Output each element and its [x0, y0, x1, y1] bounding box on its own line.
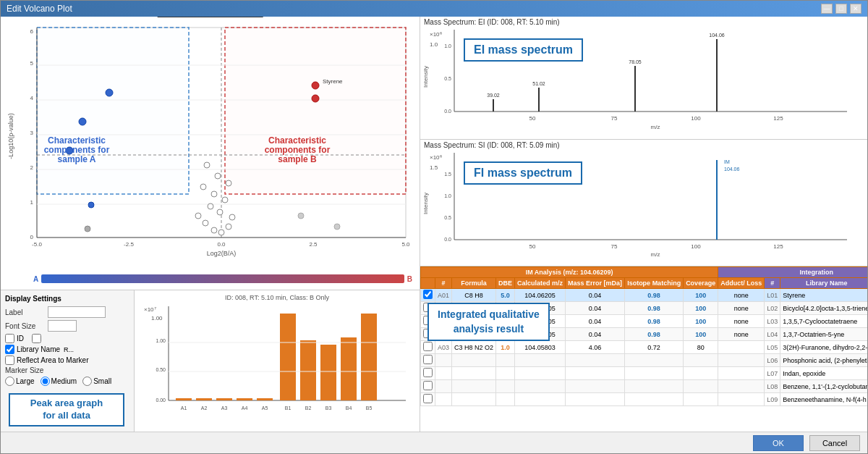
radio-small: Small: [82, 377, 111, 386]
cell-num: [435, 380, 452, 393]
radio-large: Large: [5, 377, 35, 386]
cell-formula: C3 H8 N2 O2: [452, 341, 496, 354]
library-name-checkbox[interactable]: [5, 345, 14, 354]
svg-text:1.5: 1.5: [444, 172, 451, 177]
radio-medium-input[interactable]: [41, 377, 50, 386]
cell-check[interactable]: [421, 341, 435, 354]
window-title: Edit Volcano Plot: [7, 4, 72, 14]
bar-chart-area: ID: 008, RT: 5.10 min, Class: B Only ×10…: [135, 290, 420, 432]
cell-coverage: 100: [684, 302, 718, 315]
svg-text:5.0: 5.0: [401, 241, 410, 248]
svg-text:Styrene: Styrene: [323, 78, 343, 85]
cell-isotope: 0.98: [625, 315, 684, 328]
svg-point-32: [215, 173, 221, 179]
svg-text:125: 125: [773, 243, 783, 250]
svg-text:-5.0: -5.0: [32, 241, 42, 248]
font-size-input[interactable]: [48, 320, 77, 332]
col-adduct: Adduct/ Loss: [718, 278, 765, 289]
svg-point-29: [88, 202, 94, 208]
cell-mass-err: [566, 380, 625, 393]
title-bar: Edit Volcano Plot — □ ✕: [1, 1, 867, 17]
svg-rect-75: [300, 340, 316, 400]
cell-lib-num: L03: [765, 315, 780, 328]
cell-check[interactable]: [421, 289, 435, 302]
cell-adduct: [718, 354, 765, 367]
radio-small-input[interactable]: [82, 377, 92, 386]
svg-point-33: [226, 180, 231, 186]
cell-num: [435, 393, 452, 406]
svg-text:components for: components for: [265, 145, 331, 155]
svg-text:Intensity: Intensity: [424, 66, 429, 88]
svg-text:0.0: 0.0: [217, 241, 226, 248]
reflect-checkbox[interactable]: [5, 356, 14, 365]
svg-text:1.00: 1.00: [151, 315, 163, 321]
svg-text:1.00: 1.00: [156, 338, 166, 343]
reflect-checkbox-row: Reflect Area to Marker: [5, 356, 129, 365]
svg-text:0.0: 0.0: [444, 237, 451, 242]
ei-annotation-box: EI mass spectrum: [464, 38, 583, 62]
svg-text:100: 100: [691, 115, 701, 122]
svg-text:B5: B5: [366, 405, 373, 411]
results-panel: Integrated qualitative analysis result I…: [420, 266, 867, 432]
svg-text:Characteristic: Characteristic: [48, 135, 106, 146]
cell-dbe: 1.0: [496, 341, 515, 354]
cell-check[interactable]: [421, 393, 435, 406]
cell-lib-name: Bicyclo[4.2.0]octa-1,3,5-triene: [780, 302, 867, 315]
table-row: A03 C3 H8 N2 O2 1.0 104.05803 4.06 0.72 …: [421, 341, 868, 354]
svg-point-34: [200, 184, 206, 190]
cell-num: [435, 367, 452, 380]
label-input[interactable]: [48, 306, 106, 318]
svg-text:IM: IM: [724, 159, 730, 164]
svg-text:m/z: m/z: [651, 124, 660, 130]
svg-text:3: 3: [30, 130, 34, 136]
cancel-button[interactable]: Cancel: [809, 435, 860, 451]
minimize-button[interactable]: —: [821, 4, 833, 14]
col-formula: Formula: [452, 278, 496, 289]
svg-text:39.02: 39.02: [487, 93, 500, 98]
cell-check[interactable]: [421, 354, 435, 367]
radio-large-input[interactable]: [5, 377, 14, 386]
cell-coverage: 80: [684, 341, 718, 354]
col-isotope: Isotope Matching: [625, 278, 684, 289]
cell-isotope: 0.72: [625, 341, 684, 354]
cell-lib-num: L02: [765, 302, 780, 315]
cell-adduct: [718, 393, 765, 406]
close-button[interactable]: ✕: [850, 4, 861, 14]
cell-num: A03: [435, 341, 452, 354]
cell-coverage: 100: [684, 289, 718, 302]
cell-isotope: 0.98: [625, 302, 684, 315]
svg-text:50: 50: [529, 115, 536, 122]
maximize-button[interactable]: □: [835, 4, 847, 14]
cell-lib-name: Styrene: [780, 289, 867, 302]
svg-rect-67: [216, 398, 232, 400]
cell-check[interactable]: [421, 380, 435, 393]
svg-point-48: [312, 95, 319, 102]
cell-calc-mz: [515, 380, 566, 393]
cell-lib-num: L04: [765, 328, 780, 341]
cell-mass-err: 0.04: [566, 328, 625, 341]
cell-lib-num: L08: [765, 380, 780, 393]
col-coverage: Coverage: [684, 278, 718, 289]
svg-point-41: [203, 220, 208, 226]
id-checkbox[interactable]: [5, 334, 14, 343]
svg-point-46: [334, 224, 340, 230]
cell-isotope: [625, 354, 684, 367]
display-settings-title: Display Settings: [5, 295, 129, 303]
ok-button[interactable]: OK: [753, 435, 804, 451]
bar-chart-svg: ×10⁷ 1.00 0.00 0.50 1.00: [138, 303, 406, 419]
peak-area-annotation: Peak area graph for all data: [9, 393, 124, 426]
cell-check[interactable]: [421, 367, 435, 380]
svg-point-30: [85, 226, 90, 232]
id-checkbox-row: ID: [5, 334, 129, 343]
radio-large-label: Large: [16, 377, 35, 385]
marker-size-label: Marker Size: [5, 366, 45, 374]
cell-coverage: [684, 393, 718, 406]
cell-adduct: [718, 367, 765, 380]
id-checkbox2[interactable]: [32, 334, 41, 343]
bottom-panel: Display Settings Label Font Size ID: [1, 290, 420, 432]
cell-formula: [452, 354, 496, 367]
svg-text:75: 75: [611, 115, 618, 122]
cell-coverage: 100: [684, 328, 718, 341]
svg-text:1.0: 1.0: [444, 193, 451, 198]
table-row: L08 Benzene, 1,1'-(1,2-cyclobutan 7694-3…: [421, 380, 868, 393]
